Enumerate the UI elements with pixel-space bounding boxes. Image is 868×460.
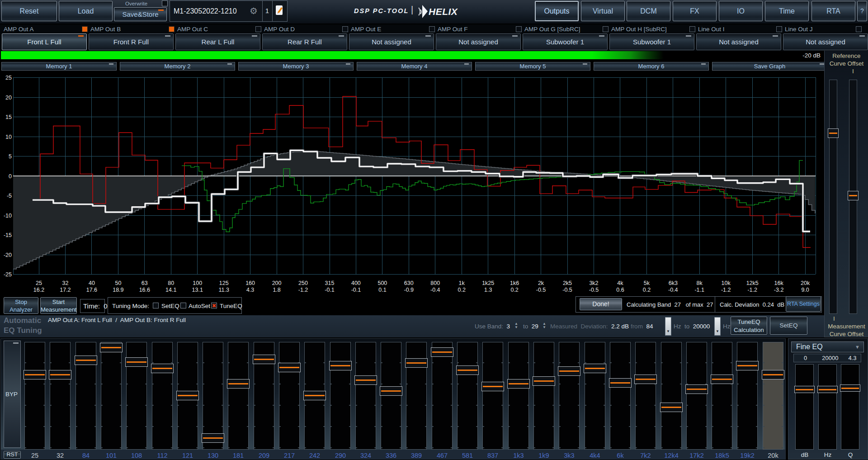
svg-text:1k: 1k: [459, 280, 465, 286]
svg-text:18.9: 18.9: [113, 287, 123, 293]
svg-text:-1.2: -1.2: [298, 287, 308, 293]
svg-text:1.8: 1.8: [273, 287, 280, 293]
svg-text:63: 63: [142, 280, 148, 286]
svg-text:50: 50: [115, 280, 121, 286]
svg-text:16k: 16k: [774, 280, 784, 286]
svg-text:-3.2: -3.2: [774, 287, 784, 293]
svg-text:8k: 8k: [697, 280, 703, 286]
svg-text:20k: 20k: [801, 280, 810, 286]
svg-text:12k5: 12k5: [746, 280, 759, 286]
svg-text:-20: -20: [4, 252, 12, 258]
svg-text:10k: 10k: [722, 280, 731, 286]
svg-text:500: 500: [377, 280, 387, 286]
svg-text:-0.5: -0.5: [589, 287, 599, 293]
svg-text:800: 800: [430, 280, 440, 286]
svg-text:-0.1: -0.1: [351, 287, 361, 293]
svg-text:0: 0: [9, 173, 12, 180]
svg-text:9.0: 9.0: [801, 287, 809, 293]
svg-text:2k: 2k: [538, 280, 544, 286]
svg-text:0.2: 0.2: [643, 287, 651, 293]
svg-text:125: 125: [219, 280, 229, 286]
svg-text:11.3: 11.3: [218, 287, 229, 293]
svg-text:-1.2: -1.2: [747, 287, 757, 293]
svg-text:-10: -10: [4, 213, 12, 219]
svg-text:0.2: 0.2: [458, 287, 466, 293]
svg-text:13.1: 13.1: [192, 287, 203, 293]
svg-text:-0.5: -0.5: [562, 287, 572, 293]
svg-text:0.2: 0.2: [510, 287, 518, 293]
svg-text:4k: 4k: [617, 280, 623, 286]
svg-text:-0.1: -0.1: [325, 287, 335, 293]
svg-text:-0.4: -0.4: [668, 287, 678, 293]
svg-text:400: 400: [351, 280, 361, 286]
svg-text:-5: -5: [7, 193, 12, 199]
svg-text:16.2: 16.2: [33, 287, 44, 293]
svg-text:-0.9: -0.9: [404, 287, 414, 293]
svg-text:3k2: 3k2: [589, 280, 598, 286]
svg-text:1k25: 1k25: [482, 280, 494, 286]
svg-text:80: 80: [168, 280, 174, 286]
svg-text:20: 20: [5, 95, 12, 101]
svg-text:5: 5: [9, 153, 12, 160]
svg-text:10: 10: [5, 134, 12, 140]
svg-text:315: 315: [325, 280, 335, 286]
svg-text:6k3: 6k3: [669, 280, 678, 286]
svg-text:25: 25: [5, 75, 12, 81]
svg-text:-0.5: -0.5: [536, 287, 546, 293]
svg-text:40: 40: [89, 280, 95, 286]
svg-text:25: 25: [36, 280, 42, 286]
svg-text:100: 100: [193, 280, 202, 286]
svg-text:160: 160: [245, 280, 255, 286]
svg-text:-1.2: -1.2: [721, 287, 731, 293]
svg-text:1k6: 1k6: [510, 280, 519, 286]
svg-text:630: 630: [404, 280, 414, 286]
svg-text:16.6: 16.6: [139, 287, 150, 293]
svg-text:200: 200: [272, 280, 282, 286]
svg-text:-25: -25: [4, 271, 12, 278]
svg-text:14.1: 14.1: [165, 287, 176, 293]
svg-text:15: 15: [5, 114, 12, 120]
svg-text:-0.4: -0.4: [430, 287, 440, 293]
svg-text:4.3: 4.3: [246, 287, 254, 293]
svg-text:-1.1: -1.1: [694, 287, 704, 293]
svg-text:32: 32: [62, 280, 68, 286]
svg-text:17.2: 17.2: [60, 287, 71, 293]
svg-text:-15: -15: [4, 232, 12, 238]
svg-text:0.1: 0.1: [378, 287, 386, 293]
svg-text:5k: 5k: [644, 280, 650, 286]
svg-text:250: 250: [298, 280, 308, 286]
svg-text:1.3: 1.3: [484, 287, 492, 293]
svg-text:0.6: 0.6: [616, 287, 624, 293]
svg-text:17.6: 17.6: [86, 287, 97, 293]
svg-text:2k5: 2k5: [563, 280, 572, 286]
